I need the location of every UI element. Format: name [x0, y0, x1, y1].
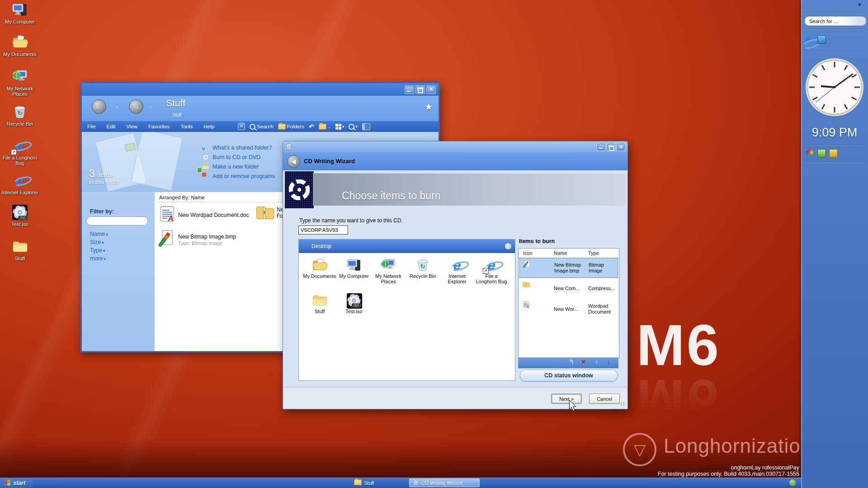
desktop-icon-stuff[interactable]: Stuff [0, 239, 40, 261]
browser-icon-my-documents[interactable]: My Documents [302, 258, 337, 279]
zip-folder-file-icon[interactable] [255, 203, 275, 223]
undo-icon[interactable]: ↶ [309, 123, 314, 130]
filter-size-link[interactable]: Size [90, 239, 104, 245]
cd-status-window-button[interactable]: CD status window [520, 370, 618, 381]
minimize-button[interactable] [597, 143, 605, 151]
clock[interactable] [804, 56, 865, 118]
bitmap-icon [523, 260, 531, 268]
menu-file[interactable]: File [82, 124, 101, 129]
mouse-cursor [567, 400, 578, 412]
taskbar-button-cd-writing-wizard[interactable]: CD Writing Wizard [409, 479, 480, 487]
file-name[interactable]: New Wordpad Document.doc [178, 212, 249, 218]
close-pane-icon[interactable]: × [238, 123, 245, 130]
browser-icon-my-network-places[interactable]: My Network Places [371, 258, 406, 284]
ie-shortcut-icon: e↗ [484, 258, 499, 273]
forward-button[interactable]: → [129, 99, 143, 114]
display-settings-icon[interactable] [806, 149, 813, 157]
maximize-button[interactable] [415, 85, 425, 94]
zoom-icon[interactable] [349, 124, 358, 130]
burn-row-compressed[interactable]: New Com... Compress... [519, 279, 618, 297]
cd-burn-icon [285, 171, 314, 208]
recycle-bin-icon [415, 258, 430, 273]
start-button[interactable]: start [0, 478, 33, 488]
col-icon[interactable]: Icon [523, 250, 533, 256]
folder-icon [12, 239, 28, 255]
browser-icon-my-computer[interactable]: My Computer [337, 258, 371, 279]
desktop-icon-file-a-longhorn-bug[interactable]: e↗ File a Longhorn Bug [0, 138, 40, 166]
minimize-button[interactable] [405, 85, 414, 94]
burn-row-bitmap[interactable]: New Bitmap Image.bmp Bitmap Image [519, 258, 618, 278]
messenger-icon[interactable] [817, 35, 826, 44]
move-down-icon[interactable]: ↓ [607, 358, 610, 366]
cancel-button[interactable]: Cancel [589, 394, 620, 404]
move-up-icon[interactable]: ↑ [595, 358, 599, 366]
views-icon[interactable] [335, 124, 344, 130]
desktop-icon-internet-explorer[interactable]: e Internet Explorer [0, 173, 40, 195]
shortcut-arrow-icon: ↗ [11, 149, 17, 155]
desktop-icon-recycle-bin[interactable]: Recycle Bin [0, 104, 40, 127]
move-to-icon[interactable]: → [319, 124, 331, 130]
burn-list-toolbar: ↰ × ↑ ↓ [518, 357, 618, 368]
wordpad-file-icon[interactable] [158, 205, 176, 223]
browser-icon-file-a-longhorn-bug[interactable]: e↗ File a Longhorn Bug [474, 258, 509, 284]
browser-icon-internet-explorer[interactable]: e Internet Explorer [440, 258, 474, 284]
taskbar-button-stuff[interactable]: Stuff [350, 479, 403, 487]
programs-icon [202, 173, 209, 180]
browser-icon-stuff[interactable]: Stuff [302, 293, 337, 314]
move-up-level-icon[interactable]: ↰ [569, 358, 575, 366]
menu-tools[interactable]: Tools [175, 124, 198, 129]
back-button[interactable]: ← [92, 99, 106, 114]
resize-grip[interactable] [620, 402, 626, 407]
col-name[interactable]: Name [554, 250, 567, 256]
chevron-down-icon[interactable]: ▼ [857, 2, 862, 7]
menu-view[interactable]: View [121, 124, 143, 129]
desktop-icon-my-computer[interactable]: My Computer [0, 2, 40, 24]
file-name[interactable]: New Bitmap Image.bmp [178, 234, 236, 240]
ie-icon[interactable]: e [806, 35, 813, 43]
burn-row-wordpad[interactable]: New Wor... Wordpad Document [519, 299, 618, 319]
desktop-icon-my-network-places[interactable]: My Network Places [0, 69, 40, 97]
wizard-titlebar[interactable]: × [283, 141, 627, 152]
desktop-icon-test-iso[interactable]: ISO Test.iso [0, 204, 40, 227]
close-button[interactable]: × [617, 143, 625, 151]
tray-icon[interactable] [789, 479, 796, 486]
favorites-star-icon[interactable]: ★ [425, 101, 433, 112]
items-to-burn-table: Icon Name Type New Bitmap Image.bmp Bitm… [518, 248, 619, 358]
folders-button[interactable]: Folders [278, 124, 305, 130]
location-bar[interactable]: Desktop [299, 239, 515, 253]
filter-type-link[interactable]: Type [90, 247, 105, 253]
task-burn-to-cd[interactable]: Burn to CD or DVD [202, 153, 260, 161]
taskbar: start Stuff CD Writing Wizard [0, 478, 801, 488]
cd-drive-icon [285, 143, 292, 150]
search-button[interactable]: Search [250, 124, 274, 130]
menu-edit[interactable]: Edit [101, 124, 121, 129]
stuff-titlebar[interactable]: × [82, 83, 439, 96]
desktop-icon-my-documents[interactable]: My Documents [0, 34, 40, 57]
restore-button[interactable] [607, 143, 615, 151]
filter-input[interactable] [86, 216, 148, 225]
browser-icon-recycle-bin[interactable]: Recycle Bin [406, 258, 440, 279]
filter-name-link[interactable]: Name [90, 231, 108, 237]
collapse-circle-icon[interactable] [505, 243, 511, 249]
volume-icon[interactable] [817, 149, 826, 158]
close-button[interactable]: × [426, 85, 436, 94]
col-type[interactable]: Type [588, 250, 599, 256]
cd-name-input[interactable] [298, 225, 348, 235]
task-add-remove-programs[interactable]: Add or remove programs [202, 172, 275, 180]
recycle-bin-icon [12, 104, 28, 120]
keys-icon[interactable] [829, 149, 838, 158]
arranged-by-header[interactable]: Arranged By: Name [159, 195, 205, 200]
sidebar-search-input[interactable] [805, 16, 866, 26]
bitmap-file-icon[interactable] [157, 229, 175, 247]
panel-toggle-icon[interactable] [362, 123, 370, 130]
remove-item-icon[interactable]: × [581, 357, 586, 366]
menu-favorites[interactable]: Favorites [143, 124, 175, 129]
task-whats-shared-folder[interactable]: ? What's a shared folder? [202, 144, 272, 152]
menu-help[interactable]: Help [198, 124, 220, 129]
browser-icon-test-iso[interactable]: ISO Test.iso [337, 293, 371, 314]
windows-flag-icon [4, 479, 10, 487]
back-button[interactable]: ◀ [287, 155, 300, 168]
filter-more-link[interactable]: more [90, 255, 106, 262]
folder-icon [354, 479, 362, 486]
task-make-new-folder[interactable]: Make a new folder [202, 163, 259, 171]
